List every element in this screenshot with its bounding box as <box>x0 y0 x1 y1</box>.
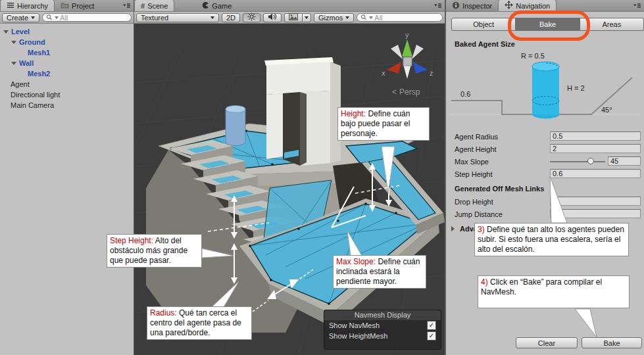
max-slope-slider-track[interactable] <box>550 161 605 162</box>
2d-toggle-button[interactable]: 2D <box>222 13 240 22</box>
shading-mode-label: Textured <box>141 14 168 22</box>
step-height-callout: Step Height: Alto del obstáculo más gran… <box>107 234 202 268</box>
tree-item-main-camera[interactable]: Main Camera <box>0 100 134 110</box>
show-heightmesh-row[interactable]: Show HeightMesh ✓ <box>324 331 441 341</box>
x-axis-cone[interactable] <box>387 62 401 74</box>
image-icon <box>289 13 298 22</box>
z-axis-cone[interactable] <box>413 62 428 74</box>
create-button[interactable]: Create <box>2 13 39 22</box>
gizmo-cube[interactable] <box>403 57 412 66</box>
scene-search-placeholder: All <box>374 14 382 22</box>
bake-button[interactable]: Bake <box>582 337 642 348</box>
panel-menu-icon[interactable] <box>120 1 134 11</box>
search-filter-caret-icon <box>55 16 59 19</box>
tab-game[interactable]: Game <box>195 0 237 11</box>
foldout-closed-icon[interactable] <box>451 226 455 231</box>
tab-scene[interactable]: # Scene <box>134 0 174 11</box>
tab-project[interactable]: Project <box>55 0 100 11</box>
effects-toggle-button[interactable] <box>284 13 303 22</box>
mode-object-button[interactable]: Object <box>451 18 516 31</box>
scene-viewport[interactable]: y x z <Persp <box>134 24 445 355</box>
svg-text:0.6: 0.6 <box>460 90 470 98</box>
show-navmesh-row[interactable]: Show NavMesh ✓ <box>324 320 441 331</box>
chevron-down-icon <box>345 16 349 19</box>
search-icon <box>46 14 53 22</box>
max-slope-label: Max Slope <box>455 158 489 166</box>
tree-item-agent[interactable]: Agent <box>0 79 134 89</box>
hierarchy-toolbar: Create All <box>0 12 134 24</box>
chevron-down-icon <box>305 16 309 19</box>
agent-radius-field[interactable]: 0.5 <box>550 131 641 141</box>
svg-text:y: y <box>405 32 409 39</box>
hierarchy-tabbar: Hierarchy Project <box>0 0 134 12</box>
step-height-label: Step Height <box>455 170 492 178</box>
gizmos-dropdown[interactable]: Gizmos <box>314 13 354 22</box>
foldout-open-icon[interactable] <box>3 30 9 34</box>
lighting-toggle-button[interactable] <box>243 13 260 22</box>
navmesh-display-overlay: Navmesh Display Show NavMesh ✓ Show Heig… <box>324 310 441 350</box>
effects-split-button <box>284 13 311 22</box>
drop-height-label: Drop Height <box>455 198 493 206</box>
chevron-down-icon <box>31 16 35 19</box>
axis-gizmo[interactable]: y x z <Persp <box>380 32 435 100</box>
tab-hierarchy[interactable]: Hierarchy <box>0 0 55 11</box>
scene-hash-icon: # <box>141 2 145 10</box>
drop-height-field[interactable]: 0 <box>550 197 641 206</box>
game-icon <box>201 1 209 11</box>
tab-inspector-label: Inspector <box>462 2 492 10</box>
tree-item-mesh1[interactable]: Mesh1 <box>0 47 134 58</box>
unity-editor-window: Hierarchy Project Create All Level Groun… <box>0 0 644 355</box>
step-height-note-callout: 3) Define qué tan alto los agentes puede… <box>474 223 629 256</box>
step-height-field[interactable]: 0.6 <box>550 169 641 178</box>
persp-label[interactable]: <Persp <box>392 87 420 97</box>
jump-distance-field[interactable] <box>550 209 641 218</box>
check-icon: ✓ <box>429 322 434 329</box>
tab-inspector[interactable]: Inspector <box>446 0 498 11</box>
gizmos-label: Gizmos <box>318 14 343 22</box>
radius-callout: Radius: Qué tan cerca el centro del agen… <box>147 306 252 340</box>
tree-item-wall[interactable]: Wall <box>0 58 134 68</box>
hierarchy-panel: Hierarchy Project Create All Level Groun… <box>0 0 134 355</box>
hierarchy-icon <box>7 2 14 10</box>
scene-toolbar: Textured 2D Gizmos All <box>134 12 445 24</box>
effects-dropdown-button[interactable] <box>303 13 311 22</box>
folder-icon <box>61 2 69 10</box>
tab-game-label: Game <box>212 2 232 10</box>
svg-text:H = 2: H = 2 <box>567 84 585 92</box>
scene-panel: # Scene Game Textured 2D Gizmos <box>134 0 445 355</box>
tab-scene-label: Scene <box>147 2 168 10</box>
create-button-label: Create <box>7 14 28 22</box>
tree-item-mesh2[interactable]: Mesh2 <box>0 68 134 79</box>
foldout-open-icon[interactable] <box>11 41 16 44</box>
navigation-move-icon <box>505 1 513 11</box>
foldout-open-icon[interactable] <box>11 62 16 65</box>
jump-distance-label: Jump Distance <box>455 210 503 218</box>
height-callout: Height: Define cuán bajo puede pasar el … <box>337 107 430 141</box>
tree-item-directional-light[interactable]: Directional light <box>0 89 134 100</box>
scene-tabbar: # Scene Game <box>134 0 445 12</box>
scene-search-input[interactable]: All <box>357 13 443 22</box>
clear-button[interactable]: Clear <box>516 337 578 348</box>
tree-item-level[interactable]: Level <box>0 26 134 37</box>
cylinder <box>226 106 245 146</box>
show-navmesh-checkbox[interactable]: ✓ <box>427 321 436 330</box>
panel-menu-icon[interactable] <box>630 1 644 11</box>
show-heightmesh-checkbox[interactable]: ✓ <box>427 331 436 341</box>
panel-menu-icon[interactable] <box>431 1 445 11</box>
tree-item-ground[interactable]: Ground <box>0 37 134 47</box>
sun-icon <box>247 12 256 22</box>
tab-project-label: Project <box>72 2 94 10</box>
search-filter-caret-icon <box>369 16 373 19</box>
chevron-down-icon <box>211 16 214 19</box>
max-slope-value-field[interactable]: 45 <box>608 156 641 166</box>
hierarchy-search-input[interactable]: All <box>42 13 132 22</box>
y-axis-cone[interactable] <box>402 39 412 57</box>
agent-height-field[interactable]: 2 <box>550 144 641 153</box>
tab-navigation[interactable]: Navigation <box>498 0 557 11</box>
shading-mode-dropdown[interactable]: Textured <box>136 13 219 22</box>
audio-toggle-button[interactable] <box>263 13 282 22</box>
max-slope-slider-knob[interactable] <box>587 158 594 164</box>
agent-radius-label: Agent Radius <box>455 133 498 141</box>
agent-height-label: Agent Height <box>455 145 497 153</box>
navmesh-display-title: Navmesh Display <box>324 310 441 320</box>
